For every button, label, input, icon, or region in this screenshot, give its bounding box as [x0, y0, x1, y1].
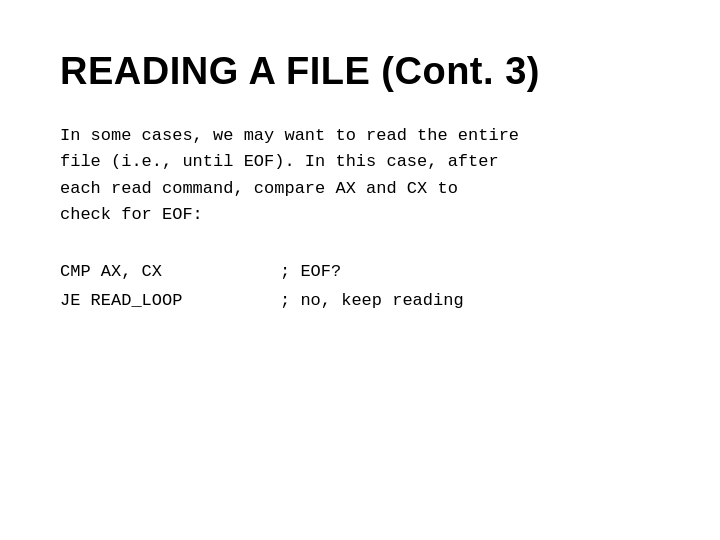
slide-title: READING A FILE (Cont. 3)	[60, 50, 660, 93]
code-line-1: CMP AX, CX ; EOF?	[60, 258, 660, 287]
slide-body: In some cases, we may want to read the e…	[60, 123, 660, 316]
intro-paragraph: In some cases, we may want to read the e…	[60, 123, 660, 228]
paragraph-line-4: check for EOF:	[60, 202, 660, 228]
code-instruction-1: CMP AX, CX	[60, 258, 280, 287]
code-instruction-2: JE READ_LOOP	[60, 287, 280, 316]
paragraph-line-3: each read command, compare AX and CX to	[60, 176, 660, 202]
paragraph-line-2: file (i.e., until EOF). In this case, af…	[60, 149, 660, 175]
code-comment-2: ; no, keep reading	[280, 287, 464, 316]
code-block: CMP AX, CX ; EOF? JE READ_LOOP ; no, kee…	[60, 258, 660, 316]
slide: READING A FILE (Cont. 3) In some cases, …	[0, 0, 720, 540]
code-comment-1: ; EOF?	[280, 258, 341, 287]
code-line-2: JE READ_LOOP ; no, keep reading	[60, 287, 660, 316]
paragraph-line-1: In some cases, we may want to read the e…	[60, 123, 660, 149]
